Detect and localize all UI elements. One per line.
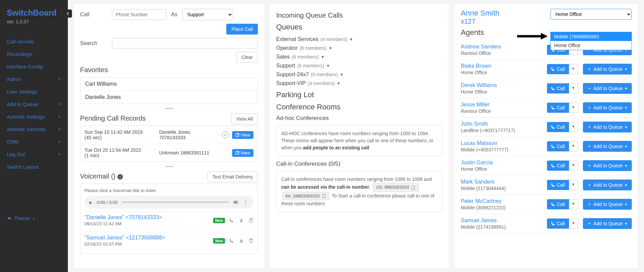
copy-icon[interactable]: 📋 [322, 193, 326, 199]
caret-down-icon: ▼ [624, 164, 628, 168]
call-back-icon[interactable] [229, 218, 234, 223]
nav-item[interactable]: Asterisk Settings▼ [0, 110, 68, 123]
add-to-queue-button[interactable]: ＋Add to Queue ▼ [583, 102, 632, 113]
call-split-button[interactable]: ▼ [569, 122, 578, 132]
agent-name[interactable]: Jesse Miller [461, 102, 544, 108]
call-split-button[interactable]: ▼ [569, 199, 578, 209]
call-split-button[interactable]: ▼ [569, 218, 578, 229]
call-split-button[interactable]: ▼ [569, 103, 578, 113]
chevron-down-icon: ▼ [326, 64, 330, 68]
view-all-button[interactable]: View All [231, 113, 258, 124]
voicemail-title[interactable]: "Danielle Jones" <7078143333> [84, 214, 213, 221]
view-button[interactable]: View [232, 131, 253, 139]
test-email-button[interactable]: Test Email Delivery [207, 171, 258, 182]
queue-item[interactable]: Sales (6 members) ▼ [276, 53, 442, 61]
call-button[interactable]: Call [547, 141, 569, 151]
add-to-queue-button[interactable]: ＋Add to Queue ▼ [583, 83, 632, 94]
download-icon[interactable] [239, 218, 244, 223]
queue-item[interactable]: Support-VIP (4 members) ▼ [276, 79, 442, 88]
delete-icon[interactable] [249, 218, 253, 223]
call-button[interactable]: Call [547, 218, 569, 229]
call-split-button[interactable]: ▼ [569, 64, 578, 74]
nav-item[interactable]: Asterisk Services▼ [0, 123, 68, 135]
voicemail-date: 02/16/23 02:07 PM [84, 242, 213, 247]
nav-label: Add to Queue [7, 101, 38, 107]
agent-location: Mobile (2174199991) [461, 224, 544, 230]
copy-icon[interactable]: 📋 [411, 185, 416, 190]
call-button[interactable]: Call [547, 103, 569, 113]
queue-item[interactable]: Operator (6 members) ▼ [276, 44, 442, 53]
search-input[interactable] [112, 38, 258, 48]
voicemail-title[interactable]: "Samuel James" <12173568888> [84, 235, 213, 241]
agent-name[interactable]: Justin García [461, 160, 544, 166]
add-to-queue-button[interactable]: ＋Add to Queue ▼ [583, 199, 632, 210]
audio-track[interactable] [121, 202, 229, 203]
as-select[interactable]: Support [182, 9, 233, 20]
play-icon[interactable]: ▶ [89, 200, 93, 205]
nav-label: Interface Config [7, 64, 43, 69]
location-option-mobile[interactable]: Mobile (7868880000) [551, 32, 631, 41]
add-to-queue-button[interactable]: ＋Add to Queue ▼ [583, 180, 632, 190]
call-button[interactable]: Call [547, 199, 569, 209]
queue-item[interactable]: Support-24x7 (0 members) ▼ [276, 70, 442, 79]
call-split-button[interactable]: ▼ [569, 161, 578, 171]
agent-location: Home Office [461, 70, 544, 75]
add-to-queue-button[interactable]: ＋Add to Queue ▼ [583, 122, 632, 132]
add-to-queue-button[interactable]: ＋Add to Queue ▼ [583, 141, 632, 152]
favorite-item[interactable]: Danielle Jones [80, 91, 258, 104]
agent-name[interactable]: Andrew Sanders [461, 44, 544, 50]
call-back-icon[interactable] [229, 238, 234, 243]
queue-item[interactable]: Support (6 members) ▼ [276, 61, 442, 70]
theme-menu[interactable]: Theme ▲ [0, 212, 68, 225]
agent-name[interactable]: John Smith [461, 121, 544, 127]
clear-button[interactable]: Clear [236, 52, 258, 63]
kebab-icon[interactable]: ⋮ [243, 198, 249, 206]
view-button[interactable]: View [232, 149, 253, 157]
call-split-button[interactable]: ▼ [569, 83, 578, 93]
phone-input[interactable] [112, 9, 166, 20]
caret-down-icon: ▼ [624, 67, 628, 71]
call-split-button[interactable]: ▼ [569, 141, 578, 151]
nav-item[interactable]: Add to Queue▼ [0, 98, 68, 110]
agent-name[interactable]: Peter McCartney [461, 198, 544, 204]
audio-player[interactable]: ▶ 0:00 / 0:00 ⋮ [84, 196, 253, 209]
add-to-queue-button[interactable]: ＋Add to Queue ▼ [583, 64, 632, 75]
nav-item[interactable]: CRM▼ [0, 135, 68, 148]
nav-item[interactable]: Admin▼ [0, 73, 68, 85]
agent-name[interactable]: Derek Williams [461, 82, 544, 88]
call-button[interactable]: Call [547, 180, 569, 190]
nav-item[interactable]: Recordings [0, 48, 68, 60]
info-icon[interactable]: i [117, 174, 123, 180]
plus-icon: ＋ [587, 143, 592, 149]
queue-item[interactable]: External Services (4 members) ▼ [276, 35, 442, 44]
nav-item[interactable]: User Settings [0, 85, 68, 98]
pending-date: Tue Oct 25 11:54 AM 2022(1 min) [84, 147, 156, 158]
agent-name[interactable]: Lucas Matsson [461, 140, 544, 146]
call-split-button[interactable]: ▼ [569, 180, 578, 190]
drag-handle[interactable]: ▬▬▬ [80, 164, 258, 168]
add-to-queue-button[interactable]: ＋Add to Queue ▼ [583, 218, 632, 229]
place-call-button[interactable]: Place Call [226, 24, 258, 35]
agent-name[interactable]: Mark Sanders [461, 179, 544, 185]
add-to-queue-button[interactable]: ＋Add to Queue ▼ [583, 160, 632, 171]
volume-icon[interactable] [233, 200, 239, 205]
call-button[interactable]: Call [547, 161, 569, 171]
agent-name[interactable]: Samuel James [461, 217, 544, 224]
nav-label: Call records [7, 39, 34, 44]
delete-icon[interactable] [249, 238, 253, 243]
call-button[interactable]: Call [547, 64, 569, 74]
call-button[interactable]: Call [547, 83, 569, 93]
nav-item[interactable]: Switch Layout [0, 161, 68, 173]
drag-handle[interactable]: ▬▬▬ [80, 106, 258, 110]
download-icon[interactable] [239, 238, 244, 243]
call-button[interactable]: Call [547, 122, 569, 132]
favorite-item[interactable]: Carl Williams [80, 78, 258, 91]
agent-name[interactable]: Blake Brown [461, 63, 544, 69]
sidebar-collapse-button[interactable] [64, 9, 72, 18]
location-select[interactable]: Home Office [550, 9, 632, 20]
nav-item[interactable]: Interface Config [0, 60, 68, 73]
nav-item[interactable]: Log Out▼ [0, 148, 68, 161]
location-option-home[interactable]: Home Office [551, 41, 631, 50]
nav-item[interactable]: Call records [0, 35, 68, 48]
chevron-down-icon: ▼ [58, 102, 61, 106]
